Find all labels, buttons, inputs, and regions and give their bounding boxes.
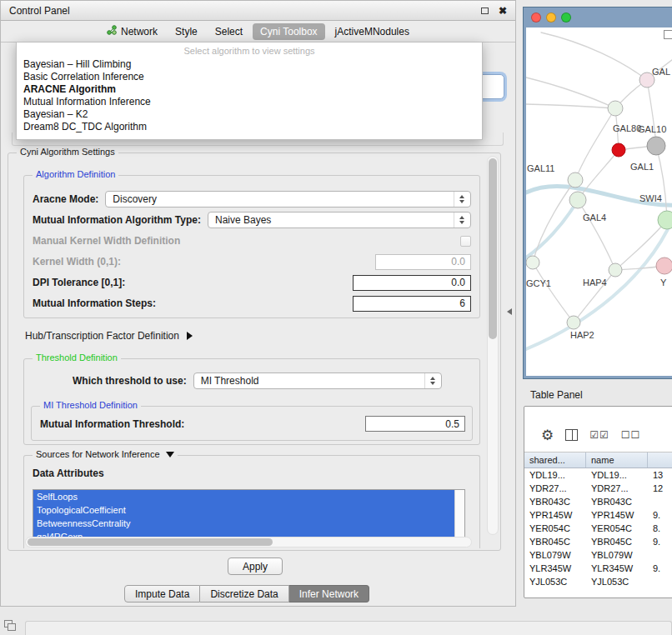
network-node[interactable] (608, 101, 623, 116)
mi-type-combobox[interactable]: Naive Bayes (208, 212, 471, 228)
hub-section-toggle[interactable]: Hub/Transcription Factor Definition (25, 330, 193, 342)
tab-style[interactable]: Style (168, 23, 205, 40)
network-edge (526, 229, 668, 349)
deselect-all-icon[interactable]: ☐☐ (621, 429, 641, 441)
scrollbar-thumb[interactable] (28, 538, 273, 546)
network-edge (647, 80, 656, 146)
network-node[interactable] (569, 192, 586, 208)
tab-cyni-toolbox[interactable]: Cyni Toolbox (253, 23, 324, 40)
algorithm-option[interactable]: Bayesian – Hill Climbing (17, 58, 482, 71)
combobox-stepper-icon (454, 192, 467, 207)
mi-type-value: Naive Bayes (215, 214, 271, 226)
column-header[interactable]: shared... (524, 452, 586, 468)
network-node[interactable] (612, 143, 625, 157)
network-canvas[interactable]: GALGAL80GAL10GAL11GAL1SWI4GAL4GCY1HAP4YH… (526, 28, 672, 376)
control-panel-titlebar: Control Panel ✖ (1, 1, 515, 21)
algorithm-option[interactable]: Mutual Information Inference (17, 96, 482, 108)
table-header: shared...name (524, 452, 672, 468)
network-edge (575, 108, 615, 180)
dropdown-placeholder: Select algorithm to view settings (17, 44, 482, 58)
network-node[interactable] (647, 137, 665, 155)
network-node[interactable] (656, 258, 672, 274)
column-manager-icon[interactable] (565, 429, 578, 441)
table-row[interactable]: YBL079WYBL079W (524, 548, 672, 562)
table-cell: YBR045C (586, 537, 648, 547)
manual-kernel-label: Manual Kernel Width Definition (33, 235, 180, 247)
threshold-definition-title: Threshold Definition (33, 352, 121, 362)
window-title: Control Panel (9, 5, 70, 17)
column-header[interactable]: name (586, 452, 648, 468)
table-row[interactable]: YDL19...YDL19...13 (524, 468, 672, 482)
algorithm-definition-group: Algorithm Definition Aracne Mode: Discov… (23, 175, 480, 318)
threshold-definition-group: Threshold Definition Which threshold to … (23, 358, 480, 445)
collapsed-bottom-panel[interactable] (25, 621, 672, 635)
node-label: GAL11 (527, 163, 554, 173)
tab-label: Network (121, 26, 158, 38)
mi-type-label: Mutual Information Algorithm Type: (33, 214, 201, 226)
attribute-item[interactable]: TopologicalCoefficient (33, 503, 454, 517)
algorithm-dropdown: Select algorithm to view settings Bayesi… (16, 42, 483, 140)
sources-section-toggle[interactable]: Sources for Network Inference (33, 449, 178, 459)
column-header[interactable] (648, 452, 672, 468)
table-row[interactable]: YLR345WYLR345W9. (524, 562, 672, 575)
bottom-tab-infer-network[interactable]: Infer Network (289, 585, 369, 602)
table-row[interactable]: YDR27...YDR27...12 (524, 482, 672, 495)
apply-button[interactable]: Apply (228, 558, 283, 575)
dpi-tolerance-field[interactable]: 0.0 (353, 275, 471, 291)
which-threshold-label: Which threshold to use: (73, 375, 187, 387)
table-row[interactable]: YBR043CYBR043C (524, 495, 672, 508)
tab-jactivemnodules[interactable]: jActiveMNodules (328, 23, 417, 40)
panel-splitter-arrow[interactable] (507, 308, 512, 315)
close-button[interactable] (531, 12, 541, 22)
algorithm-option[interactable]: ARACNE Algorithm (17, 83, 482, 96)
tab-network[interactable]: Network (99, 22, 165, 40)
network-node[interactable] (567, 316, 580, 329)
table-cell: YBL079W (524, 550, 586, 560)
bottom-tab-discretize-data[interactable]: Discretize Data (200, 585, 288, 602)
attribute-item[interactable]: SelfLoops (33, 490, 454, 503)
network-node[interactable] (658, 211, 672, 229)
network-node[interactable] (568, 172, 583, 188)
settings-vertical-scrollbar[interactable] (487, 156, 499, 535)
table-cell: 9. (648, 537, 672, 547)
birdseye-toggle[interactable] (664, 30, 672, 39)
collapse-arrow-icon (166, 452, 174, 458)
scrollbar-thumb[interactable] (489, 158, 497, 339)
tab-select[interactable]: Select (208, 23, 250, 40)
gear-icon[interactable]: ⚙ (541, 428, 554, 442)
settings-horizontal-scrollbar[interactable] (25, 537, 472, 548)
table-row[interactable]: YPR145WYPR145W9. (524, 508, 672, 522)
algorithm-definition-title: Algorithm Definition (33, 169, 118, 179)
which-threshold-combobox[interactable]: MI Threshold (193, 372, 442, 389)
table-row[interactable]: YJL053CYJL053C (524, 575, 672, 588)
list-scrollbar[interactable] (454, 490, 464, 543)
select-all-icon[interactable]: ☑☑ (589, 429, 609, 441)
minimize-button[interactable] (546, 12, 556, 22)
kernel-width-field: 0.0 (375, 254, 471, 270)
table-row[interactable]: YBR045CYBR045C9. (524, 535, 672, 548)
network-node[interactable] (609, 263, 622, 277)
close-icon[interactable]: ✖ (499, 6, 507, 16)
restore-panel-icon[interactable] (4, 620, 16, 631)
table-toolbar: ⚙ ☑☑ ☐☐ (524, 407, 672, 452)
bottom-tab-impute-data[interactable]: Impute Data (124, 585, 200, 602)
table-cell: YJL053C (586, 577, 648, 587)
sources-group: Sources for Network Inference Data Attri… (23, 455, 480, 548)
table-cell: YBL079W (586, 550, 648, 560)
float-window-icon[interactable] (481, 8, 489, 14)
mi-threshold-field[interactable]: 0.5 (365, 416, 465, 432)
mi-steps-field[interactable]: 6 (353, 296, 471, 312)
table-cell: YBR043C (586, 497, 648, 507)
node-label: SWI4 (639, 193, 662, 203)
zoom-button[interactable] (561, 12, 571, 22)
tab-label: Style (175, 26, 198, 38)
network-node[interactable] (526, 256, 539, 269)
attribute-item[interactable]: BetweennessCentrality (33, 517, 454, 530)
table-row[interactable]: YER054CYER054C8. (524, 522, 672, 535)
table-cell: YPR145W (524, 510, 586, 520)
aracne-mode-combobox[interactable]: Discovery (105, 191, 471, 208)
algorithm-option[interactable]: Bayesian – K2 (17, 108, 482, 121)
network-edge (656, 146, 667, 220)
algorithm-option[interactable]: Dream8 DC_TDC Algorithm (17, 121, 482, 133)
algorithm-option[interactable]: Basic Correlation Inference (17, 71, 482, 83)
